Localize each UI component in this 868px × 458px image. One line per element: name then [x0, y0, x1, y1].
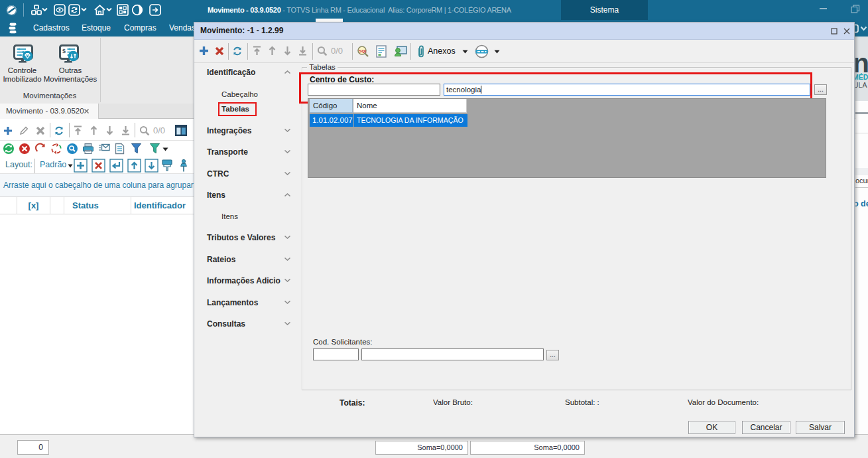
svg-text:$: $ [62, 48, 66, 54]
svg-text:SQL: SQL [359, 49, 367, 53]
